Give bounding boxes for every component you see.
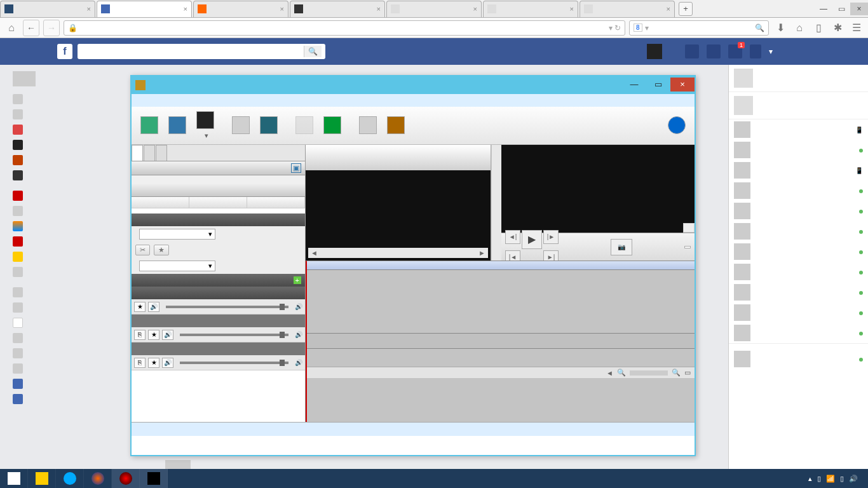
speaker-icon[interactable]: 🔊 [849, 475, 858, 483]
search-icon[interactable]: 🔍 [304, 46, 322, 57]
home-icon[interactable]: ⌂ [4, 20, 19, 36]
close-icon[interactable]: × [278, 5, 284, 13]
sidebar-item[interactable] [13, 168, 125, 183]
sidebar-item[interactable] [13, 107, 125, 122]
tab-media-list[interactable] [132, 145, 143, 161]
tray-icon[interactable]: ▯ [840, 475, 844, 483]
speaker-icon[interactable]: 🔊 [162, 330, 173, 340]
taskbar-app[interactable] [56, 469, 84, 488]
taskbar-app[interactable] [140, 469, 168, 488]
chat-contact[interactable]: 📱 [729, 160, 868, 180]
titlebar[interactable]: — ▭ × [132, 76, 695, 94]
close-icon[interactable]: × [374, 5, 381, 13]
sidebar-item[interactable] [13, 376, 125, 391]
sidebar-item[interactable] [13, 92, 125, 107]
effect-button[interactable]: ★ [154, 245, 169, 255]
close-icon[interactable]: × [471, 5, 477, 13]
taskbar-app[interactable] [84, 469, 112, 488]
sidebar-item[interactable] [13, 122, 125, 137]
help-button[interactable] [663, 107, 691, 144]
download-icon[interactable]: ⬇ [773, 20, 788, 36]
chat-contact[interactable] [729, 323, 868, 343]
browser-tab[interactable]: × [386, 1, 482, 17]
sidebar-item[interactable] [13, 346, 125, 361]
scrollbar[interactable] [491, 145, 501, 261]
close-button[interactable]: × [670, 78, 695, 92]
sidebar-item[interactable] [13, 152, 125, 168]
friends-icon[interactable] [685, 44, 699, 58]
window-icon[interactable]: ▣ [291, 163, 301, 173]
sidebar-item[interactable] [13, 300, 125, 315]
tray-icon[interactable]: 📶 [826, 475, 835, 483]
timeline-ruler[interactable] [307, 261, 695, 270]
star-icon[interactable]: ★ [148, 358, 159, 368]
suite-button[interactable] [382, 107, 410, 144]
sidebar-item[interactable] [13, 315, 125, 330]
chat-contact[interactable] [729, 282, 868, 302]
plus-icon[interactable]: + [294, 276, 301, 284]
tab-transitions[interactable] [156, 145, 167, 161]
chat-contact[interactable] [729, 140, 868, 160]
options-button[interactable] [354, 107, 382, 144]
star-icon[interactable]: ★ [148, 330, 159, 340]
taskbar-app[interactable] [28, 469, 56, 488]
timeline-overlay[interactable] [307, 334, 695, 349]
home-icon[interactable]: ⌂ [792, 20, 807, 36]
close-icon[interactable]: × [85, 5, 91, 13]
sidebar-item[interactable] [13, 234, 125, 249]
preview-button[interactable] [290, 107, 318, 144]
chat-contact[interactable] [729, 262, 868, 282]
chat-contact[interactable]: 📱 [729, 119, 868, 140]
sidebar-item[interactable] [13, 391, 125, 407]
avatar[interactable] [647, 44, 662, 59]
sidebar-item[interactable] [13, 137, 125, 152]
close-icon[interactable]: × [664, 5, 670, 13]
transition-select[interactable]: ▾ [139, 229, 215, 240]
tray-icon[interactable]: ▯ [817, 475, 821, 483]
chat-contact[interactable] [729, 201, 868, 221]
sidebar-item[interactable] [13, 264, 125, 280]
browser-tab[interactable]: × [193, 1, 288, 17]
chat-contact[interactable] [729, 221, 868, 241]
close-button[interactable]: × [850, 3, 868, 15]
volume-slider[interactable] [180, 334, 288, 336]
sidebar-item[interactable] [13, 188, 125, 203]
sidebar-item[interactable] [13, 219, 125, 234]
chat-contact[interactable] [729, 302, 868, 323]
new-tab-button[interactable]: + [679, 2, 693, 16]
sidebar-item[interactable] [13, 203, 125, 219]
add-media-button[interactable] [135, 107, 163, 144]
browser-tab[interactable]: × [290, 1, 385, 17]
ticker-item[interactable] [729, 92, 868, 119]
sequence-style-select[interactable]: ▾ [139, 261, 215, 271]
capture-button[interactable] [163, 107, 191, 144]
speaker-icon[interactable]: 🔊 [148, 302, 159, 312]
lock-icon[interactable] [750, 44, 761, 58]
sidebar-item[interactable] [13, 249, 125, 264]
speaker-icon[interactable]: 🔊 [162, 358, 173, 368]
browser-tab[interactable]: × [580, 1, 675, 17]
globe-icon[interactable]: 1 [728, 44, 742, 58]
chevron-down-icon[interactable]: ▾ [769, 47, 773, 56]
fb-logo[interactable]: f [57, 44, 72, 59]
ticker-item[interactable] [729, 65, 868, 92]
search-icon[interactable]: 🔍 [755, 24, 764, 32]
url-bar[interactable]: 🔒▾ ↻ [64, 20, 625, 36]
gear-icon[interactable]: ✱ [830, 20, 845, 36]
sidebar-item[interactable] [13, 361, 125, 376]
next-frame-button[interactable]: |► [543, 230, 559, 244]
timeline-audio[interactable] [307, 349, 695, 367]
timeline-zoombar[interactable]: ◄🔍🔍▭ [307, 367, 695, 378]
chat-contact[interactable] [729, 241, 868, 262]
minimize-button[interactable]: — [622, 78, 646, 92]
menu-icon[interactable]: ☰ [849, 20, 864, 36]
timeline-sequence[interactable] [307, 270, 695, 334]
insert-blank-button[interactable]: ▾ [191, 107, 219, 144]
subtitles-button[interactable] [255, 107, 283, 144]
minimize-button[interactable]: — [815, 3, 832, 15]
volume-slider[interactable] [166, 306, 288, 308]
star-icon[interactable]: ★ [134, 302, 146, 312]
tab-effects[interactable] [144, 145, 155, 161]
close-icon[interactable]: × [181, 5, 187, 13]
maximize-button[interactable]: ▭ [646, 78, 670, 92]
